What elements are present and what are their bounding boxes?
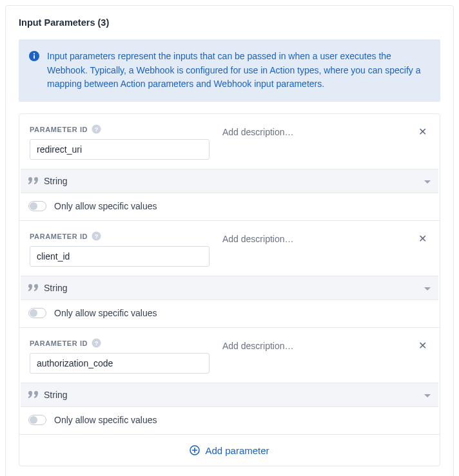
type-selector[interactable]: String (21, 169, 438, 193)
parameter-block: PARAMETER ID ? Add description… ✕ (19, 221, 440, 328)
parameter-id-input[interactable] (30, 353, 210, 374)
string-type-icon (28, 284, 39, 292)
help-icon[interactable]: ? (92, 124, 101, 134)
type-selector[interactable]: String (21, 383, 438, 407)
add-description[interactable]: Add description… (222, 127, 294, 137)
remove-parameter-button[interactable]: ✕ (416, 231, 429, 247)
parameter-id-input[interactable] (30, 139, 210, 160)
only-specific-toggle[interactable] (28, 308, 46, 318)
parameter-id-input[interactable] (30, 246, 210, 267)
chevron-down-icon (424, 390, 431, 400)
string-type-icon (28, 177, 39, 185)
svg-text:?: ? (95, 233, 99, 240)
add-parameter-button[interactable]: Add parameter (19, 435, 440, 466)
parameter-id-label: PARAMETER ID (30, 126, 88, 133)
info-banner: Input parameters represent the inputs th… (19, 39, 440, 102)
parameter-block: PARAMETER ID ? Add description… ✕ (19, 114, 440, 221)
parameter-id-label: PARAMETER ID (30, 339, 88, 347)
close-icon: ✕ (418, 340, 427, 351)
type-name: String (44, 283, 424, 293)
add-description[interactable]: Add description… (222, 234, 294, 244)
string-type-icon (28, 391, 39, 399)
add-parameter-label: Add parameter (205, 445, 269, 456)
plus-circle-icon (190, 445, 200, 455)
type-name: String (44, 176, 424, 186)
parameter-list: PARAMETER ID ? Add description… ✕ (19, 113, 440, 466)
add-description[interactable]: Add description… (222, 341, 294, 351)
svg-text:?: ? (95, 126, 99, 133)
help-icon[interactable]: ? (92, 231, 101, 241)
chevron-down-icon (424, 176, 431, 186)
only-specific-toggle[interactable] (28, 415, 46, 425)
remove-parameter-button[interactable]: ✕ (416, 338, 429, 354)
type-selector[interactable]: String (21, 276, 438, 300)
remove-parameter-button[interactable]: ✕ (416, 124, 429, 140)
input-parameters-panel: Input Parameters (3) Input parameters re… (5, 5, 454, 476)
chevron-down-icon (424, 283, 431, 293)
close-icon: ✕ (418, 233, 427, 244)
panel-title: Input Parameters (3) (6, 6, 453, 39)
only-specific-label: Only allow specific values (54, 201, 157, 211)
parameter-block: PARAMETER ID ? Add description… ✕ (19, 328, 440, 435)
svg-text:?: ? (95, 340, 99, 347)
info-icon (29, 51, 39, 61)
svg-rect-1 (34, 55, 35, 59)
help-icon[interactable]: ? (92, 338, 101, 348)
only-specific-label: Only allow specific values (54, 415, 157, 425)
svg-point-2 (34, 53, 35, 54)
only-specific-label: Only allow specific values (54, 308, 157, 318)
close-icon: ✕ (418, 126, 427, 137)
info-text: Input parameters represent the inputs th… (47, 50, 429, 91)
type-name: String (44, 390, 424, 400)
only-specific-toggle[interactable] (28, 201, 46, 211)
parameter-id-label: PARAMETER ID (30, 233, 88, 240)
